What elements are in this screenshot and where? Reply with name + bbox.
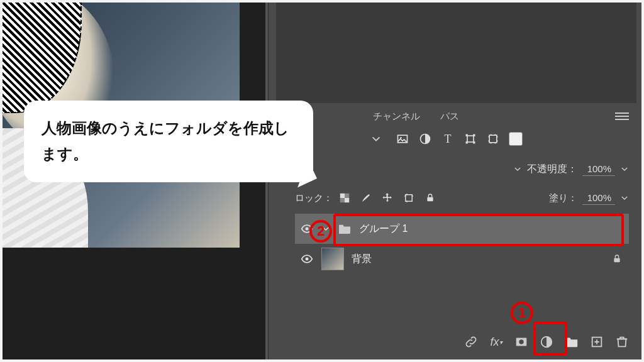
blend-mode-dropdown[interactable] bbox=[370, 133, 382, 145]
layer-thumbnail[interactable] bbox=[321, 248, 344, 270]
fx-icon[interactable]: fx▾ bbox=[489, 335, 503, 349]
svg-rect-17 bbox=[614, 258, 619, 263]
type-icon[interactable]: T bbox=[441, 132, 455, 146]
chevron-down-icon[interactable] bbox=[620, 194, 629, 202]
svg-rect-7 bbox=[473, 141, 475, 143]
layer-name[interactable]: グループ 1 bbox=[359, 222, 408, 236]
chevron-down-icon[interactable] bbox=[513, 165, 522, 173]
lock-position-icon[interactable] bbox=[380, 191, 394, 205]
svg-point-16 bbox=[306, 258, 309, 261]
svg-point-19 bbox=[519, 339, 523, 344]
tab-paths[interactable]: パス bbox=[430, 107, 469, 126]
lock-brush-icon[interactable] bbox=[359, 191, 373, 205]
tab-channels[interactable]: チャンネル bbox=[363, 107, 430, 126]
artboard-icon[interactable] bbox=[486, 132, 500, 146]
layer-name[interactable]: 背景 bbox=[352, 253, 372, 266]
svg-rect-9 bbox=[340, 194, 345, 198]
opacity-label: 不透明度： bbox=[527, 163, 577, 176]
chevron-down-icon[interactable] bbox=[321, 224, 330, 233]
adjustment-icon[interactable] bbox=[418, 132, 432, 146]
svg-rect-10 bbox=[345, 198, 349, 202]
fill-value[interactable]: 100% bbox=[582, 191, 615, 205]
new-layer-icon[interactable] bbox=[590, 335, 604, 349]
trash-icon[interactable] bbox=[615, 335, 629, 349]
lock-artboard-icon[interactable] bbox=[402, 191, 416, 205]
visibility-toggle[interactable] bbox=[300, 252, 314, 266]
layer-panel-footer: fx▾ bbox=[295, 327, 629, 357]
color-chip[interactable] bbox=[509, 132, 523, 146]
mask-icon[interactable] bbox=[514, 335, 528, 349]
layer-list: グループ 1 背景 bbox=[295, 214, 629, 274]
lock-transparency-icon[interactable] bbox=[338, 191, 352, 205]
visibility-toggle[interactable] bbox=[300, 222, 314, 236]
svg-point-15 bbox=[306, 228, 309, 231]
opacity-value[interactable]: 100% bbox=[582, 162, 615, 176]
svg-rect-12 bbox=[340, 198, 345, 202]
svg-rect-4 bbox=[466, 134, 468, 136]
folder-icon bbox=[338, 223, 352, 234]
svg-rect-13 bbox=[406, 195, 413, 202]
svg-rect-11 bbox=[345, 194, 349, 198]
lock-all-icon[interactable] bbox=[423, 191, 437, 205]
panel-menu-icon[interactable] bbox=[615, 111, 629, 119]
panel-upper-area bbox=[276, 0, 636, 103]
new-group-icon[interactable] bbox=[565, 335, 579, 349]
svg-rect-8 bbox=[489, 135, 497, 143]
svg-rect-3 bbox=[467, 136, 474, 142]
adjustment-layer-icon[interactable] bbox=[540, 335, 553, 349]
svg-rect-14 bbox=[427, 197, 433, 202]
chevron-down-icon[interactable] bbox=[620, 165, 629, 173]
speech-bubble: 人物画像のうえにフォルダを作成します。 bbox=[24, 101, 313, 182]
fill-label: 塗り： bbox=[549, 192, 577, 204]
svg-rect-6 bbox=[466, 141, 468, 143]
lock-icon[interactable] bbox=[610, 252, 624, 266]
transform-icon[interactable] bbox=[464, 132, 477, 146]
svg-rect-5 bbox=[473, 134, 475, 136]
layer-row-group[interactable]: グループ 1 bbox=[295, 214, 629, 244]
layer-row-background[interactable]: 背景 bbox=[295, 244, 629, 274]
link-layers-icon[interactable] bbox=[464, 335, 478, 349]
image-icon[interactable] bbox=[396, 132, 409, 146]
